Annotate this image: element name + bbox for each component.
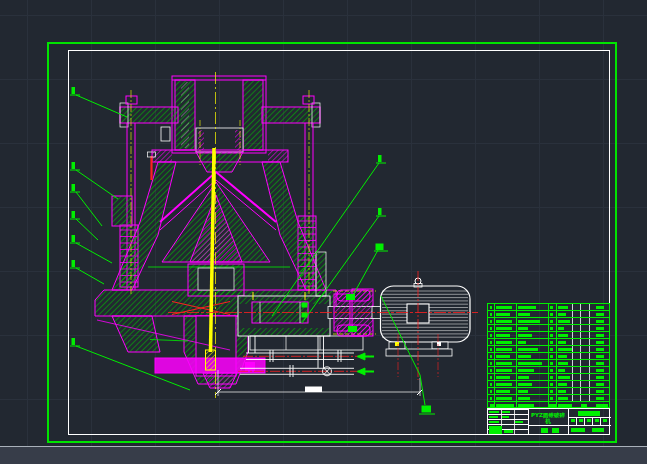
bracket-detail [161, 127, 170, 141]
eccentric-assembly [188, 264, 244, 296]
drawing-number [578, 411, 600, 416]
bom-row[interactable] [488, 374, 609, 381]
bom-row[interactable] [488, 346, 609, 353]
coupling-key-bottom [348, 326, 357, 332]
sheet-value [552, 428, 559, 433]
feed-hopper [172, 76, 266, 172]
bom-row[interactable] [488, 381, 609, 388]
bom-row[interactable] [488, 367, 609, 374]
electric-motor[interactable] [372, 278, 470, 356]
bom-row[interactable] [488, 395, 609, 402]
bom-rows [488, 304, 609, 402]
crusher-section[interactable] [95, 76, 374, 388]
bom-row[interactable] [488, 388, 609, 395]
bom-row[interactable] [488, 304, 609, 311]
title-block-divider [568, 409, 569, 434]
bom-row[interactable] [488, 353, 609, 360]
bom-row[interactable] [488, 325, 609, 332]
scale-value [541, 428, 548, 433]
bom-row[interactable] [488, 360, 609, 367]
approval-stamp [489, 426, 502, 434]
cad-canvas[interactable]: PYZ圆锥破碎机 [0, 0, 647, 464]
title-block[interactable]: PYZ圆锥破碎机 [487, 408, 610, 435]
dimension-text [305, 387, 322, 393]
title-cell-divider [529, 425, 568, 426]
bom-row[interactable] [488, 311, 609, 318]
drawing-title: PYZ圆锥破碎机 [529, 412, 567, 424]
motor-base [386, 349, 452, 356]
flow-arrows [357, 353, 374, 375]
pump-base [250, 336, 363, 350]
bom-row[interactable] [488, 339, 609, 346]
pinion-housing [316, 252, 326, 296]
signature-table [488, 409, 528, 434]
frame-left-skirt [112, 316, 160, 352]
bom-row[interactable] [488, 332, 609, 339]
bom-row[interactable] [488, 318, 609, 325]
parts-list-table[interactable] [487, 303, 610, 408]
